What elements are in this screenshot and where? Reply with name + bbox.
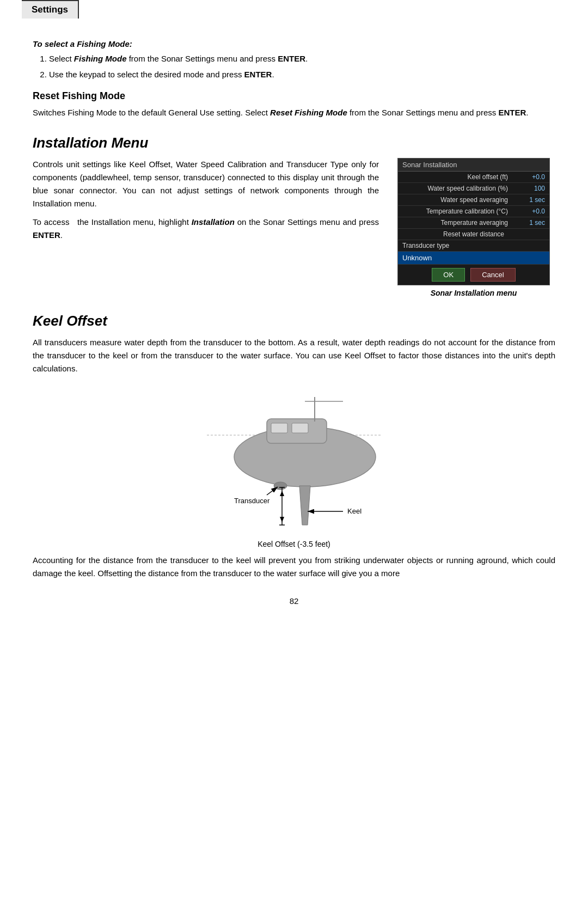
water-speed-cal-label: Water speed calibration (%) xyxy=(402,185,512,192)
step-2: Use the keypad to select the desired mod… xyxy=(49,69,555,81)
transducer-type-label: Transducer type xyxy=(402,242,449,249)
sonar-row-water-speed-cal: Water speed calibration (%) 100 xyxy=(398,183,549,194)
installation-image-col: Sonar Installation Keel offset (ft) +0.0… xyxy=(392,158,555,297)
sonar-row-keel: Keel offset (ft) +0.0 xyxy=(398,172,549,183)
svg-line-9 xyxy=(267,487,278,495)
installation-body2: To access the Installation menu, highlig… xyxy=(33,216,379,242)
svg-marker-15 xyxy=(280,491,284,496)
step1-text: Select Fishing Mode from the Sonar Setti… xyxy=(49,54,308,63)
sonar-row-temp-cal: Temperature calibration (°C) +0.0 xyxy=(398,206,549,217)
page-number: 82 xyxy=(33,596,555,606)
reset-fishing-heading: Reset Fishing Mode xyxy=(33,90,555,102)
svg-marker-14 xyxy=(280,517,284,522)
unknown-value: Unknown xyxy=(402,254,432,262)
settings-tab: Settings xyxy=(22,0,79,19)
fishing-mode-header: To select a Fishing Mode: xyxy=(33,39,555,48)
keel-value: +0.0 xyxy=(512,173,545,181)
settings-tab-bar: Settings xyxy=(0,0,588,19)
water-speed-avg-value: 1 sec xyxy=(512,196,545,204)
keel-offset-body2: Accounting for the distance from the tra… xyxy=(33,554,555,580)
sonar-row-transducer-type: Transducer type xyxy=(398,240,549,252)
sonar-row-unknown: Unknown xyxy=(398,252,549,265)
svg-rect-4 xyxy=(292,423,308,433)
water-speed-avg-label: Water speed averaging xyxy=(402,196,512,204)
installation-body1: Controls unit settings like Keel Offset,… xyxy=(33,158,379,210)
boat-diagram: Transducer Keel Keel Offset (-3.5 feet) xyxy=(33,386,555,548)
boat-svg: Transducer Keel xyxy=(191,386,397,539)
water-speed-cal-value: 100 xyxy=(512,185,545,192)
temp-cal-value: +0.0 xyxy=(512,207,545,215)
sonar-menu-caption: Sonar Installation menu xyxy=(431,289,517,297)
sonar-row-reset-water: Reset water distance xyxy=(398,229,549,240)
sonar-installation-menu: Sonar Installation Keel offset (ft) +0.0… xyxy=(397,158,550,285)
temp-cal-label: Temperature calibration (°C) xyxy=(402,207,512,215)
installation-menu-title: Installation Menu xyxy=(33,135,555,151)
svg-text:Keel: Keel xyxy=(347,507,362,515)
keel-offset-title: Keel Offset xyxy=(33,313,555,329)
sonar-cancel-button[interactable]: Cancel xyxy=(470,268,515,282)
reset-water-label: Reset water distance xyxy=(443,230,504,238)
temp-avg-label: Temperature averaging xyxy=(402,219,512,227)
svg-marker-7 xyxy=(299,486,310,525)
installation-text-col: Controls unit settings like Keel Offset,… xyxy=(33,158,379,247)
installation-content-row: Controls unit settings like Keel Offset,… xyxy=(33,158,555,297)
sonar-row-temp-avg: Temperature averaging 1 sec xyxy=(398,217,549,229)
step-1: Select Fishing Mode from the Sonar Setti… xyxy=(49,53,555,65)
temp-avg-value: 1 sec xyxy=(512,219,545,227)
svg-text:Transducer: Transducer xyxy=(234,497,270,505)
keel-offset-diagram-label: Keel Offset (-3.5 feet) xyxy=(258,540,330,548)
sonar-menu-title: Sonar Installation xyxy=(398,158,549,172)
keel-label: Keel offset (ft) xyxy=(402,173,512,181)
keel-offset-body1: All transducers measure water depth from… xyxy=(33,336,555,375)
sonar-row-water-speed-avg: Water speed averaging 1 sec xyxy=(398,194,549,206)
sonar-menu-buttons: OK Cancel xyxy=(398,265,549,285)
svg-rect-3 xyxy=(271,423,287,433)
reset-fishing-body: Switches Fishing Mode to the default Gen… xyxy=(33,106,555,119)
step2-text: Use the keypad to select the desired mod… xyxy=(49,70,274,79)
sonar-ok-button[interactable]: OK xyxy=(432,268,465,282)
fishing-mode-steps: Select Fishing Mode from the Sonar Setti… xyxy=(49,53,555,81)
